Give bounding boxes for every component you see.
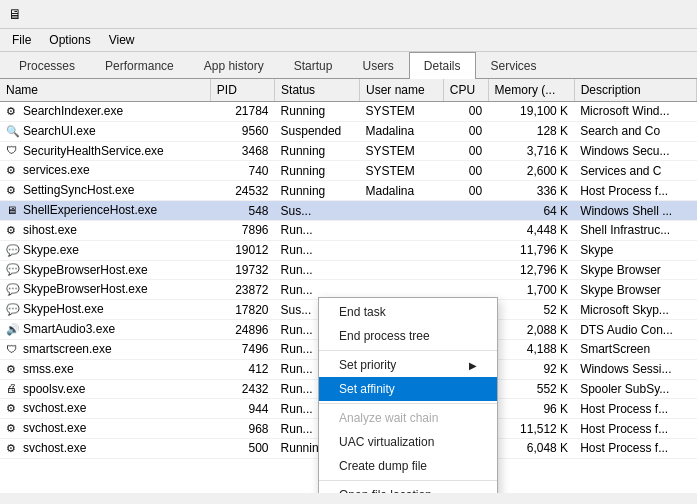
table-row[interactable]: ⚙sihost.exe7896Run...4,448 KShell Infras… <box>0 220 697 240</box>
context-menu-item-analyze-wait-chain: Analyze wait chain <box>319 406 497 430</box>
app-icon: 🖥 <box>8 6 22 22</box>
table-row[interactable]: ⚙SearchIndexer.exe21784RunningSYSTEM0019… <box>0 102 697 122</box>
tab-processes[interactable]: Processes <box>4 52 90 79</box>
cell-name: 🖨spoolsv.exe <box>0 379 210 399</box>
cell-desc: Search and Co <box>574 121 696 141</box>
cell-name: 🔊SmartAudio3.exe <box>0 320 210 340</box>
close-button[interactable] <box>665 4 689 24</box>
cell-desc: Windows Sessi... <box>574 359 696 379</box>
menu-item-view[interactable]: View <box>101 31 143 49</box>
cell-status: Running <box>275 161 360 181</box>
context-menu-separator <box>319 480 497 481</box>
context-menu[interactable]: End taskEnd process treeSet priority▶Set… <box>318 297 498 493</box>
cell-pid: 19732 <box>210 260 274 280</box>
cell-desc: Shell Infrastruc... <box>574 220 696 240</box>
context-menu-separator <box>319 350 497 351</box>
cell-pid: 2432 <box>210 379 274 399</box>
context-menu-item-uac-virtualization[interactable]: UAC virtualization <box>319 430 497 454</box>
cell-user <box>360 201 444 221</box>
cell-name: 🛡SecurityHealthService.exe <box>0 141 210 161</box>
cell-memory: 12,796 K <box>488 260 574 280</box>
tab-details[interactable]: Details <box>409 52 476 79</box>
context-menu-item-set-priority[interactable]: Set priority▶ <box>319 353 497 377</box>
cell-pid: 548 <box>210 201 274 221</box>
submenu-arrow-icon: ▶ <box>469 360 477 371</box>
cell-memory: 1,700 K <box>488 280 574 300</box>
minimize-button[interactable] <box>609 4 633 24</box>
cell-name: ⚙SettingSyncHost.exe <box>0 181 210 201</box>
cell-cpu <box>443 240 488 260</box>
table-row[interactable]: 🔍SearchUI.exe9560SuspendedMadalina00128 … <box>0 121 697 141</box>
cell-pid: 17820 <box>210 300 274 320</box>
table-row[interactable]: 🖥ShellExperienceHost.exe548Sus...64 KWin… <box>0 201 697 221</box>
process-table-container[interactable]: NamePIDStatusUser nameCPUMemory (...Desc… <box>0 79 697 493</box>
cell-memory: 2,600 K <box>488 161 574 181</box>
title-bar-controls <box>609 4 689 24</box>
col-header-name[interactable]: Name <box>0 79 210 102</box>
col-header-status[interactable]: Status <box>275 79 360 102</box>
cell-pid: 21784 <box>210 102 274 122</box>
tab-users[interactable]: Users <box>347 52 408 79</box>
table-row[interactable]: 💬SkypeBrowserHost.exe19732Run...12,796 K… <box>0 260 697 280</box>
cell-name: 🖥ShellExperienceHost.exe <box>0 201 210 221</box>
header-row: NamePIDStatusUser nameCPUMemory (...Desc… <box>0 79 697 102</box>
cell-memory: 4,188 K <box>488 339 574 359</box>
cell-memory: 64 K <box>488 201 574 221</box>
cell-pid: 500 <box>210 439 274 459</box>
cell-desc: Services and C <box>574 161 696 181</box>
cell-user: SYSTEM <box>360 141 444 161</box>
cell-desc: DTS Audio Con... <box>574 320 696 340</box>
cell-cpu: 00 <box>443 141 488 161</box>
cell-user: Madalina <box>360 121 444 141</box>
col-header-pid[interactable]: PID <box>210 79 274 102</box>
cell-pid: 9560 <box>210 121 274 141</box>
cell-desc: Microsoft Wind... <box>574 102 696 122</box>
table-row[interactable]: ⚙SettingSyncHost.exe24532RunningMadalina… <box>0 181 697 201</box>
title-bar: 🖥 <box>0 0 697 29</box>
context-menu-item-create-dump-file[interactable]: Create dump file <box>319 454 497 478</box>
context-menu-item-set-affinity[interactable]: Set affinity <box>319 377 497 401</box>
title-bar-left: 🖥 <box>8 6 28 22</box>
table-row[interactable]: ⚙services.exe740RunningSYSTEM002,600 KSe… <box>0 161 697 181</box>
cell-user <box>360 220 444 240</box>
cell-name: 💬SkypeHost.exe <box>0 300 210 320</box>
cell-pid: 24532 <box>210 181 274 201</box>
tab-app-history[interactable]: App history <box>189 52 279 79</box>
cell-desc: SmartScreen <box>574 339 696 359</box>
menu-item-file[interactable]: File <box>4 31 39 49</box>
cell-user <box>360 240 444 260</box>
cell-user: SYSTEM <box>360 102 444 122</box>
cell-desc: Spooler SubSy... <box>574 379 696 399</box>
cell-user: SYSTEM <box>360 161 444 181</box>
tab-performance[interactable]: Performance <box>90 52 189 79</box>
maximize-button[interactable] <box>637 4 661 24</box>
tab-bar: ProcessesPerformanceApp historyStartupUs… <box>0 52 697 79</box>
col-header-memory_(...[interactable]: Memory (... <box>488 79 574 102</box>
cell-status: Run... <box>275 260 360 280</box>
cell-cpu: 00 <box>443 121 488 141</box>
cell-cpu: 00 <box>443 161 488 181</box>
cell-desc: Windows Shell ... <box>574 201 696 221</box>
col-header-cpu[interactable]: CPU <box>443 79 488 102</box>
tab-services[interactable]: Services <box>476 52 552 79</box>
cell-memory: 96 K <box>488 399 574 419</box>
col-header-user_name[interactable]: User name <box>360 79 444 102</box>
table-row[interactable]: 🛡SecurityHealthService.exe3468RunningSYS… <box>0 141 697 161</box>
cell-pid: 3468 <box>210 141 274 161</box>
cell-desc: Host Process f... <box>574 419 696 439</box>
cell-name: 🛡smartscreen.exe <box>0 339 210 359</box>
tab-startup[interactable]: Startup <box>279 52 348 79</box>
cell-memory: 52 K <box>488 300 574 320</box>
cell-cpu: 00 <box>443 181 488 201</box>
context-menu-item-end-task[interactable]: End task <box>319 300 497 324</box>
context-menu-item-open-file-location[interactable]: Open file location <box>319 483 497 493</box>
menu-item-options[interactable]: Options <box>41 31 98 49</box>
col-header-description[interactable]: Description <box>574 79 696 102</box>
cell-name: ⚙SearchIndexer.exe <box>0 102 210 122</box>
cell-name: ⚙sihost.exe <box>0 220 210 240</box>
cell-name: ⚙svchost.exe <box>0 439 210 459</box>
cell-status: Running <box>275 141 360 161</box>
context-menu-item-end-process-tree[interactable]: End process tree <box>319 324 497 348</box>
table-row[interactable]: 💬Skype.exe19012Run...11,796 KSkype <box>0 240 697 260</box>
cell-pid: 740 <box>210 161 274 181</box>
